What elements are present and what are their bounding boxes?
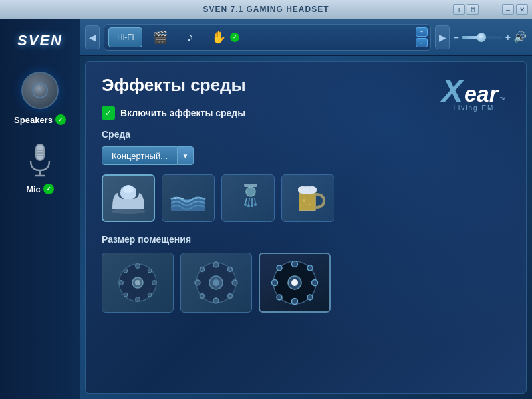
vol-speaker-icon: 🔊 bbox=[513, 31, 527, 43]
room-small[interactable] bbox=[102, 253, 174, 313]
tab-virtual[interactable]: ✋ ✓ bbox=[203, 27, 247, 47]
svg-point-31 bbox=[136, 264, 140, 269]
speakers-icon bbox=[19, 69, 61, 112]
env-pub[interactable] bbox=[281, 174, 334, 222]
env-section-label: Среда bbox=[102, 129, 510, 140]
svg-point-48 bbox=[200, 294, 205, 299]
content-area: ◀ Hi-Fi 🎬 ♪ ✋ ✓ + ↓ ▶ bbox=[80, 19, 532, 399]
prev-button[interactable]: ◀ bbox=[85, 25, 100, 49]
svg-point-24 bbox=[307, 186, 317, 192]
svg-point-18 bbox=[251, 205, 253, 207]
sidebar-device-speakers[interactable]: Speakers ✓ bbox=[14, 69, 66, 125]
svg-point-57 bbox=[312, 280, 318, 286]
title-bar: SVEN 7.1 GAMING HEADSET i ⚙ – ✕ bbox=[0, 0, 532, 19]
svg-point-54 bbox=[292, 261, 298, 267]
volume-track bbox=[462, 36, 478, 39]
mic-check-icon: ✓ bbox=[43, 184, 54, 194]
tab-music-icon: ♪ bbox=[186, 29, 193, 45]
xear-tm: ™ bbox=[499, 96, 506, 103]
scroll-up-button[interactable]: + bbox=[416, 27, 428, 37]
env-ocean[interactable] bbox=[162, 174, 215, 222]
svg-point-44 bbox=[195, 280, 200, 285]
svg-point-45 bbox=[232, 280, 237, 285]
svg-point-32 bbox=[136, 297, 140, 302]
scroll-down-button[interactable]: ↓ bbox=[416, 38, 428, 47]
env-shower[interactable] bbox=[221, 174, 275, 222]
volume-control: – + 🔊 bbox=[454, 31, 527, 43]
svg-point-30 bbox=[135, 280, 140, 285]
room-medium[interactable] bbox=[180, 253, 252, 313]
svg-point-36 bbox=[148, 269, 152, 273]
next-button[interactable]: ▶ bbox=[435, 25, 450, 49]
toolbar: ◀ Hi-Fi 🎬 ♪ ✋ ✓ + ↓ ▶ bbox=[80, 19, 532, 56]
close-button[interactable]: ✕ bbox=[516, 4, 528, 15]
svg-point-59 bbox=[307, 265, 313, 271]
svg-line-12 bbox=[245, 198, 247, 203]
vol-plus-icon: + bbox=[505, 32, 511, 43]
svg-point-43 bbox=[213, 298, 219, 303]
sidebar: SVEN Speakers ✓ bbox=[0, 19, 80, 399]
svg-point-11 bbox=[246, 187, 255, 196]
svg-point-61 bbox=[307, 295, 313, 300]
svg-point-35 bbox=[124, 269, 128, 273]
xear-logo: X ear ™ Living EM bbox=[442, 75, 506, 112]
svg-point-55 bbox=[292, 299, 298, 305]
speaker-inner-graphic bbox=[32, 82, 48, 98]
dropdown-value[interactable]: Концертный... bbox=[102, 146, 178, 165]
svg-point-47 bbox=[228, 267, 233, 272]
window-controls: – ✕ bbox=[502, 4, 528, 15]
vol-minus-icon: – bbox=[454, 32, 459, 43]
svg-rect-1 bbox=[37, 145, 43, 160]
speakers-check-icon: ✓ bbox=[55, 114, 66, 125]
sven-logo: SVEN bbox=[17, 32, 63, 49]
tab-virtual-check: ✓ bbox=[230, 33, 239, 42]
enable-checkbox[interactable]: ✓ bbox=[102, 106, 115, 120]
svg-point-26 bbox=[303, 200, 305, 202]
svg-line-15 bbox=[255, 198, 255, 203]
svg-point-60 bbox=[277, 295, 282, 300]
svg-point-37 bbox=[124, 293, 128, 297]
speakers-label: Speakers ✓ bbox=[14, 114, 66, 125]
mic-icon bbox=[19, 138, 61, 181]
tab-movie[interactable]: 🎬 bbox=[145, 27, 176, 47]
svg-point-16 bbox=[244, 203, 247, 206]
env-icons-row bbox=[102, 174, 510, 222]
speaker-graphic bbox=[21, 72, 59, 109]
svg-point-42 bbox=[213, 262, 219, 267]
checkbox-label: Включить эффекты среды bbox=[120, 108, 245, 118]
svg-point-34 bbox=[152, 281, 157, 285]
svg-point-49 bbox=[228, 294, 233, 299]
xear-ear-text: ear bbox=[464, 82, 498, 105]
svg-point-7 bbox=[111, 209, 146, 214]
info-button[interactable]: i bbox=[453, 4, 465, 15]
xear-living: Living EM bbox=[454, 104, 495, 112]
main-panel: X ear ™ Living EM Эффекты среды ✓ Включи… bbox=[85, 61, 527, 394]
title-bar-text: SVEN 7.1 GAMING HEADSET bbox=[203, 5, 329, 14]
svg-point-27 bbox=[309, 204, 311, 206]
svg-point-56 bbox=[272, 280, 278, 286]
svg-point-17 bbox=[247, 205, 250, 207]
svg-rect-25 bbox=[299, 194, 315, 210]
room-large[interactable] bbox=[259, 253, 331, 313]
tab-virtual-icon: ✋ bbox=[211, 30, 226, 45]
svg-point-41 bbox=[213, 279, 219, 286]
minimize-button[interactable]: – bbox=[502, 4, 514, 15]
env-concert-hall[interactable] bbox=[102, 174, 155, 222]
svg-point-58 bbox=[277, 265, 282, 271]
svg-point-38 bbox=[148, 293, 152, 297]
xear-x-letter: X bbox=[442, 75, 463, 107]
main-container: SVEN Speakers ✓ bbox=[0, 19, 532, 399]
svg-point-19 bbox=[254, 203, 257, 206]
tab-movie-icon: 🎬 bbox=[153, 30, 168, 45]
env-dropdown[interactable]: Концертный... ▼ bbox=[102, 146, 510, 165]
volume-slider[interactable] bbox=[462, 36, 503, 39]
tabs-container: Hi-Fi 🎬 ♪ ✋ ✓ + ↓ bbox=[104, 24, 431, 51]
mic-label: Mic ✓ bbox=[26, 184, 54, 194]
tab-hifi[interactable]: Hi-Fi bbox=[108, 27, 142, 47]
sidebar-device-mic[interactable]: Mic ✓ bbox=[19, 138, 61, 194]
svg-point-33 bbox=[119, 281, 124, 285]
dropdown-arrow-icon[interactable]: ▼ bbox=[178, 146, 194, 165]
tab-hifi-label: Hi-Fi bbox=[117, 33, 134, 42]
tab-music[interactable]: ♪ bbox=[178, 27, 201, 47]
settings-button[interactable]: ⚙ bbox=[467, 4, 479, 15]
